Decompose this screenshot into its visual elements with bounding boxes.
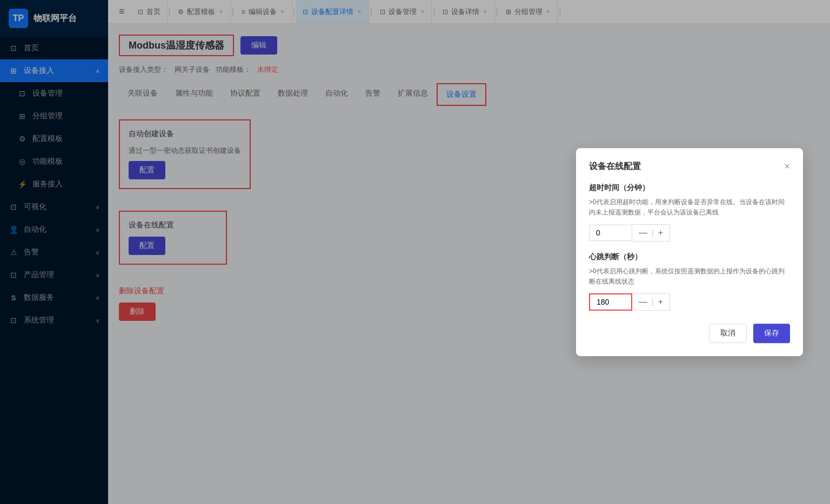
modal-timeout-title: 超时时间（分钟） bbox=[589, 183, 790, 193]
modal-device-online-config: 设备在线配置 × 超时时间（分钟） >0代表启用超时功能，用来判断设备是否异常在… bbox=[576, 148, 803, 357]
timeout-controls: — | + bbox=[632, 224, 670, 241]
controls-separator: | bbox=[652, 298, 654, 306]
modal-close-button[interactable]: × bbox=[784, 162, 790, 171]
heartbeat-minus-button[interactable]: — bbox=[639, 297, 647, 307]
modal-heartbeat-title: 心跳判断（秒） bbox=[589, 252, 790, 262]
modal-title: 设备在线配置 bbox=[589, 161, 641, 172]
heartbeat-input[interactable] bbox=[589, 293, 632, 311]
heartbeat-controls: — | + bbox=[632, 293, 670, 311]
timeout-input[interactable] bbox=[589, 225, 632, 241]
modal-heartbeat-desc: >0代表启用心跳判断，系统仅按照遥测数据的上报作为设备的心跳判断在线离线状态 bbox=[589, 266, 790, 287]
heartbeat-input-row: — | + bbox=[589, 293, 790, 311]
timeout-minus-button[interactable]: — bbox=[639, 228, 647, 238]
save-button[interactable]: 保存 bbox=[753, 324, 790, 343]
modal-footer: 取消 保存 bbox=[589, 324, 790, 343]
timeout-plus-button[interactable]: + bbox=[658, 228, 663, 238]
cancel-button[interactable]: 取消 bbox=[709, 324, 747, 343]
modal-timeout-section: 超时时间（分钟） >0代表启用超时功能，用来判断设备是否异常在线。当设备在该时间… bbox=[589, 183, 790, 241]
modal-header: 设备在线配置 × bbox=[589, 161, 790, 172]
modal-timeout-desc: >0代表启用超时功能，用来判断设备是否异常在线。当设备在该时间内未上报遥测数据，… bbox=[589, 197, 790, 218]
timeout-input-row: — | + bbox=[589, 224, 790, 241]
controls-separator: | bbox=[652, 229, 654, 237]
modal-heartbeat-section: 心跳判断（秒） >0代表启用心跳判断，系统仅按照遥测数据的上报作为设备的心跳判断… bbox=[589, 252, 790, 311]
modal-overlay[interactable]: 设备在线配置 × 超时时间（分钟） >0代表启用超时功能，用来判断设备是否异常在… bbox=[0, 0, 830, 504]
heartbeat-plus-button[interactable]: + bbox=[658, 297, 663, 307]
